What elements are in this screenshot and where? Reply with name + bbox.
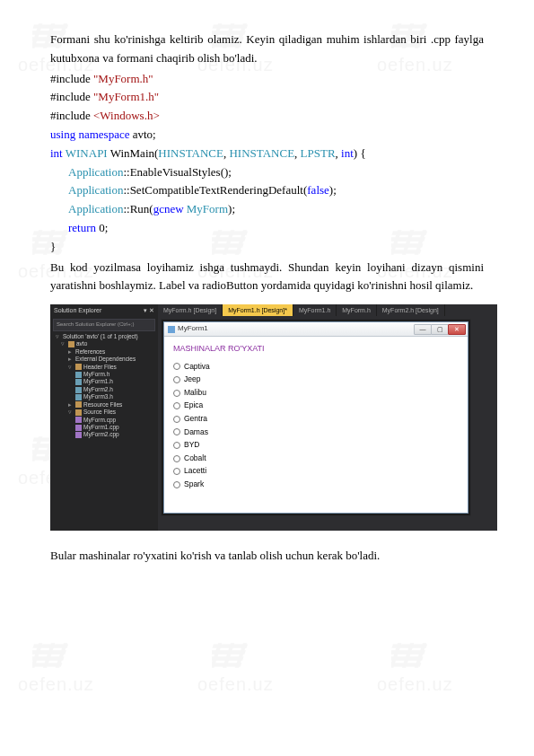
radio-label: Gentra xyxy=(184,413,207,426)
search-placeholder: Search Solution Explorer (Ctrl+;) xyxy=(57,321,135,327)
code-keyword: false xyxy=(307,183,329,197)
code-using: using namespace xyxy=(50,127,129,141)
tree-file-h[interactable]: MyForm2.h xyxy=(52,386,156,393)
radio-option[interactable]: BYD xyxy=(173,439,459,452)
tab-label: MyForm.h [Design] xyxy=(163,305,216,315)
code-type: HINSTANCE xyxy=(229,146,294,160)
tree-label: MyForm1.cpp xyxy=(83,424,119,431)
radio-option[interactable]: Captiva xyxy=(173,361,459,374)
maximize-button[interactable]: ▢ xyxy=(431,324,449,335)
radio-label: Cobalt xyxy=(184,453,206,465)
tree-label: Solution 'avto' (1 of 1 project) xyxy=(63,333,138,340)
tab-myform-h[interactable]: MyForm.h xyxy=(337,304,377,316)
tree-file-cpp[interactable]: MyForm1.cpp xyxy=(52,424,156,431)
editor-tabs: MyForm.h [Design] MyForm1.h [Design]* My… xyxy=(158,304,497,316)
code-keyword: gcnew xyxy=(153,202,184,215)
code-include-path: "MyForm.h" xyxy=(93,72,153,85)
tab-myform1-h[interactable]: MyForm1.h xyxy=(293,304,337,316)
watermark-text: oefen.uz xyxy=(18,670,94,699)
file-icon xyxy=(75,394,82,400)
tree-label: MyForm2.h xyxy=(83,386,113,393)
code-class: Application xyxy=(68,165,123,179)
code-punct: ); xyxy=(228,202,235,215)
folder-icon xyxy=(75,409,82,416)
tree-label: Resource Files xyxy=(83,401,122,409)
code-call: Run( xyxy=(130,202,153,215)
tree-label: MyForm3.h xyxy=(83,393,113,400)
code-include-path: "MyForm1.h" xyxy=(93,90,159,103)
folder-icon xyxy=(75,401,82,408)
file-icon xyxy=(75,425,82,431)
minimize-button[interactable]: — xyxy=(414,324,432,335)
tree-external-deps[interactable]: ▸External Dependencies xyxy=(52,356,156,363)
radio-icon xyxy=(173,376,180,383)
tab-myform2-design[interactable]: MyForm2.h [Design] xyxy=(377,304,445,316)
tree-label: MyForm.cpp xyxy=(83,417,116,424)
radio-icon xyxy=(173,402,180,409)
tree-resource-files[interactable]: ▸Resource Files xyxy=(52,401,156,409)
solution-explorer-header: Solution Explorer ▾ ✕ xyxy=(50,304,158,316)
code-punct: :: xyxy=(123,202,129,215)
file-icon xyxy=(75,432,82,438)
winform-window: MyForm1 — ▢ ✕ MASHINALAR RO'YXATI xyxy=(163,321,468,514)
radio-icon xyxy=(173,416,180,423)
radio-option[interactable]: Cobalt xyxy=(173,453,459,465)
code-type: int xyxy=(341,146,354,160)
tree-solution[interactable]: ▿Solution 'avto' (1 of 1 project) xyxy=(52,333,156,340)
code-keyword: return xyxy=(68,221,96,234)
radio-icon xyxy=(173,455,180,462)
code-include-kw: #include xyxy=(50,109,93,122)
radio-option[interactable]: Spark xyxy=(173,479,459,491)
paragraph-intro: Formani shu ko'rinishga keltirib olamiz.… xyxy=(50,31,484,68)
code-fn-name: WinMain( xyxy=(108,146,159,160)
radio-label: Jeep xyxy=(184,374,200,386)
code-include-kw: #include xyxy=(50,90,93,103)
form-heading-label: MASHINALAR RO'YXATI xyxy=(173,342,459,355)
code-punct: ); xyxy=(329,183,337,197)
code-punct: ) { xyxy=(354,146,366,160)
radio-label: Spark xyxy=(184,479,204,491)
file-icon xyxy=(75,387,82,393)
tree-label: MyForm.h xyxy=(83,371,109,378)
radio-label: Lacetti xyxy=(184,465,206,478)
tree-file-h[interactable]: MyForm1.h xyxy=(52,378,156,385)
tree-file-h[interactable]: MyForm.h xyxy=(52,371,156,378)
tab-label: MyForm1.h [Design]* xyxy=(228,305,287,315)
tree-file-h[interactable]: MyForm3.h xyxy=(52,393,156,400)
tree-file-cpp[interactable]: MyForm2.cpp xyxy=(52,431,156,438)
radio-icon xyxy=(173,468,180,475)
radio-option[interactable]: Gentra xyxy=(173,413,459,426)
radio-option[interactable]: Lacetti xyxy=(173,465,459,478)
tab-myform-design[interactable]: MyForm.h [Design] xyxy=(158,304,223,316)
radio-label: BYD xyxy=(184,439,199,452)
window-titlebar: MyForm1 — ▢ ✕ xyxy=(164,322,468,337)
folder-icon xyxy=(75,364,82,370)
tab-myform1-design[interactable]: MyForm1.h [Design]* xyxy=(223,304,293,316)
code-include-path: <Windows.h> xyxy=(93,109,160,122)
code-class: Application xyxy=(68,202,123,215)
code-return-type: int xyxy=(50,146,66,160)
radio-option[interactable]: Malibu xyxy=(173,387,459,400)
radio-option[interactable]: Epica xyxy=(173,400,459,412)
tree-file-cpp[interactable]: MyForm.cpp xyxy=(52,417,156,424)
tree-label: MyForm2.cpp xyxy=(83,431,119,438)
code-literal: 0; xyxy=(96,221,108,234)
radio-option[interactable]: Jeep xyxy=(173,374,459,386)
radio-option[interactable]: Damas xyxy=(173,426,459,439)
tree-references[interactable]: ▸References xyxy=(52,348,156,356)
pin-icon[interactable]: ▾ ✕ xyxy=(144,305,154,315)
radio-label: Epica xyxy=(184,400,203,412)
file-icon xyxy=(75,379,82,385)
tree-label: avto xyxy=(76,340,87,347)
file-icon xyxy=(75,417,82,423)
close-button[interactable]: ✕ xyxy=(448,324,466,335)
form-designer: MyForm1 — ▢ ✕ MASHINALAR RO'YXATI xyxy=(158,316,497,531)
ide-screenshot: Solution Explorer ▾ ✕ MyForm.h [Design] … xyxy=(50,304,497,531)
tree-source-files[interactable]: ▿Source Files xyxy=(52,409,156,416)
tab-label: MyForm1.h xyxy=(299,305,330,315)
tree-header-files[interactable]: ▿Header Files xyxy=(52,364,156,371)
tree-project[interactable]: ▿avto xyxy=(52,340,156,347)
tree-label: External Dependencies xyxy=(75,356,136,363)
solution-search-input[interactable]: Search Solution Explorer (Ctrl+;) xyxy=(53,319,155,331)
code-class: MyForm xyxy=(187,202,228,215)
